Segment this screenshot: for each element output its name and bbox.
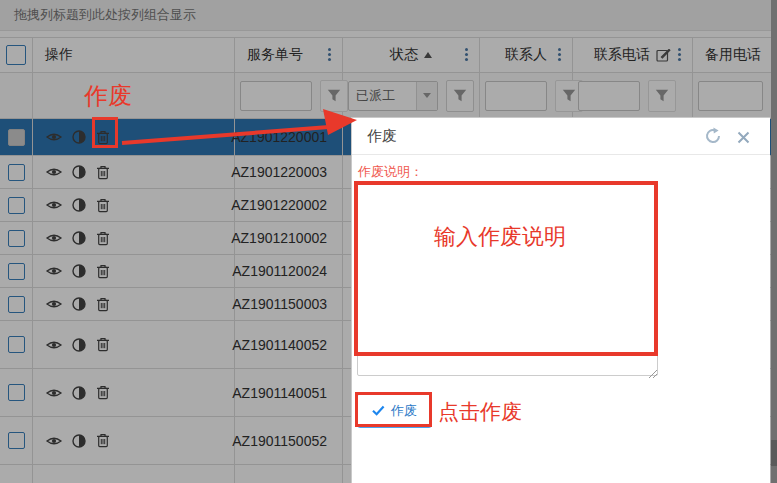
void-dialog: 作废 作废说明： 作废 [351, 117, 770, 483]
dialog-title: 作废 [352, 127, 397, 146]
dialog-header: 作废 [352, 118, 770, 155]
close-icon[interactable] [737, 130, 750, 148]
check-icon [372, 405, 385, 416]
refresh-icon[interactable] [704, 127, 722, 149]
grid-page: 拖拽列标题到此处按列组合显示 操作 服务单号 状态 联系人 [0, 0, 777, 483]
void-reason-textarea[interactable] [357, 182, 658, 376]
void-reason-label: 作废说明： [358, 163, 423, 181]
void-button-label: 作废 [391, 402, 417, 420]
void-confirm-button[interactable]: 作废 [357, 393, 432, 428]
